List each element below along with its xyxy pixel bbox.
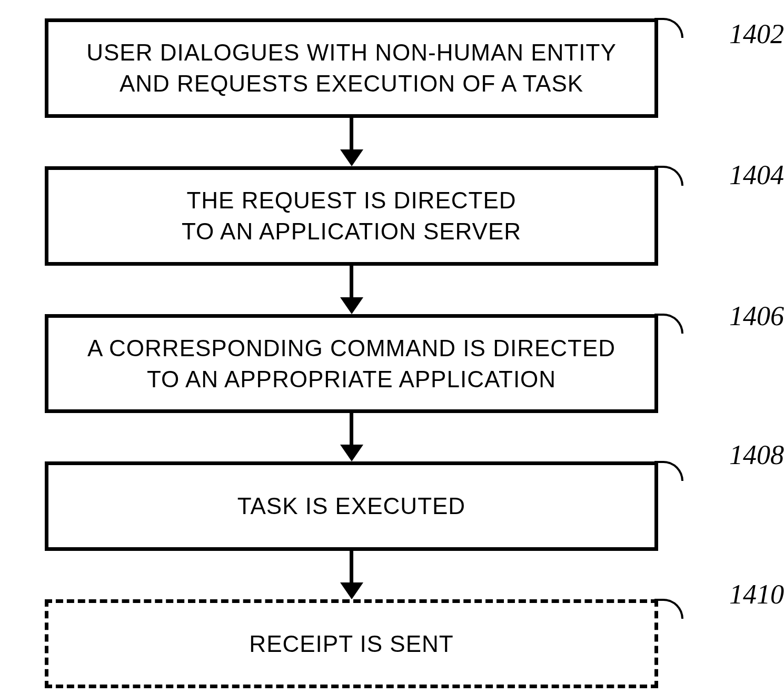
leader-5 <box>654 599 683 619</box>
flow-step-4: TASK IS EXECUTED <box>45 461 658 550</box>
arrow-4 <box>45 551 658 599</box>
flow-step-3-label: 1406 <box>729 300 784 331</box>
flow-step-3: A CORRESPONDING COMMAND IS DIRECTED TO A… <box>45 314 658 414</box>
flow-step-2: THE REQUEST IS DIRECTED TO AN APPLICATIO… <box>45 166 658 266</box>
arrow-3-line <box>350 413 353 445</box>
arrow-1 <box>45 118 658 166</box>
arrow-2-line <box>350 266 353 297</box>
arrow-1-line <box>350 118 353 149</box>
flowchart: USER DIALOGUES WITH NON-HUMAN ENTITY AND… <box>45 18 740 688</box>
leader-3 <box>654 314 683 334</box>
arrow-2-head <box>340 297 363 314</box>
arrow-1-head <box>340 149 363 166</box>
flow-step-5-label: 1410 <box>729 579 784 610</box>
flow-step-4-label: 1408 <box>729 439 784 470</box>
flow-step-5-text: RECEIPT IS SENT <box>249 628 453 659</box>
flow-step-1: USER DIALOGUES WITH NON-HUMAN ENTITY AND… <box>45 18 658 118</box>
leader-4 <box>654 461 683 481</box>
flow-step-5: RECEIPT IS SENT <box>45 599 658 688</box>
flow-step-3-text: A CORRESPONDING COMMAND IS DIRECTED TO A… <box>87 333 616 395</box>
arrow-4-line <box>350 551 353 582</box>
leader-2 <box>654 166 683 186</box>
flow-step-2-text: THE REQUEST IS DIRECTED TO AN APPLICATIO… <box>182 185 521 247</box>
arrow-4-head <box>340 582 363 599</box>
arrow-3 <box>45 413 658 461</box>
leader-1 <box>654 18 683 38</box>
flow-step-1-text: USER DIALOGUES WITH NON-HUMAN ENTITY AND… <box>86 37 617 99</box>
flow-step-4-text: TASK IS EXECUTED <box>237 490 465 521</box>
flow-step-2-label: 1404 <box>729 159 784 190</box>
flow-step-1-label: 1402 <box>729 18 784 49</box>
arrow-2 <box>45 266 658 314</box>
arrow-3-head <box>340 445 363 461</box>
